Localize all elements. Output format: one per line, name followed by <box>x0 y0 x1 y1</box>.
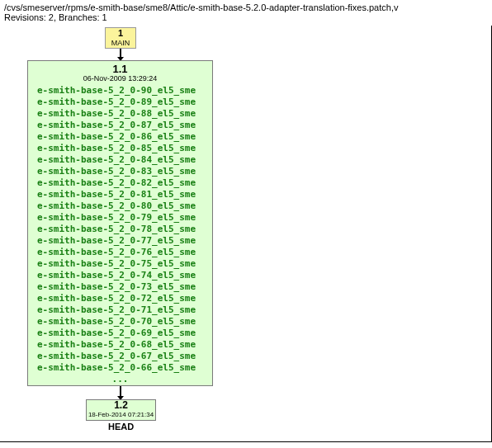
revision-version: 1.2 <box>87 400 155 410</box>
tag-item: e-smith-base-5_2_0-87_el5_sme <box>37 120 210 131</box>
tag-item: e-smith-base-5_2_0-73_el5_sme <box>37 281 210 293</box>
tag-item: e-smith-base-5_2_0-74_el5_sme <box>37 270 210 281</box>
revision-version: 1.1 <box>31 64 210 74</box>
branch-label: MAIN <box>106 38 135 48</box>
tag-item: e-smith-base-5_2_0-66_el5_sme <box>37 362 210 374</box>
revision-node-1-2[interactable]: 1.2 18-Feb-2014 07:21:34 <box>86 399 156 421</box>
tag-item: e-smith-base-5_2_0-89_el5_sme <box>37 97 210 108</box>
tag-list: e-smith-base-5_2_0-90_el5_smee-smith-bas… <box>31 85 210 374</box>
revision-date: 18-Feb-2014 07:21:34 <box>87 410 155 420</box>
tag-item: e-smith-base-5_2_0-83_el5_sme <box>37 166 210 177</box>
tag-item: e-smith-base-5_2_0-69_el5_sme <box>37 328 210 339</box>
tag-item: e-smith-base-5_2_0-67_el5_sme <box>37 351 210 362</box>
tag-item: e-smith-base-5_2_0-75_el5_sme <box>37 258 210 270</box>
tag-item: e-smith-base-5_2_0-81_el5_sme <box>37 189 210 200</box>
tag-item: e-smith-base-5_2_0-85_el5_sme <box>37 143 210 154</box>
tag-item: e-smith-base-5_2_0-68_el5_sme <box>37 339 210 351</box>
tag-item: e-smith-base-5_2_0-82_el5_sme <box>37 177 210 189</box>
more-indicator: ... <box>31 375 210 384</box>
revision-node-1-1[interactable]: 1.1 06-Nov-2009 13:29:24 e-smith-base-5_… <box>27 60 213 386</box>
file-path: /cvs/smeserver/rpms/e-smith-base/sme8/At… <box>0 0 492 12</box>
tag-item: e-smith-base-5_2_0-88_el5_sme <box>37 108 210 120</box>
tag-item: e-smith-base-5_2_0-86_el5_sme <box>37 131 210 143</box>
tag-item: e-smith-base-5_2_0-84_el5_sme <box>37 154 210 166</box>
revision-diagram: 1 MAIN 1.1 06-Nov-2009 13:29:24 e-smith-… <box>0 26 492 442</box>
revision-date: 06-Nov-2009 13:29:24 <box>31 75 210 83</box>
tag-item: e-smith-base-5_2_0-79_el5_sme <box>37 212 210 224</box>
branch-node-main[interactable]: 1 MAIN <box>105 27 136 49</box>
tag-item: e-smith-base-5_2_0-78_el5_sme <box>37 224 210 235</box>
tag-item: e-smith-base-5_2_0-76_el5_sme <box>37 247 210 258</box>
tag-item: e-smith-base-5_2_0-80_el5_sme <box>37 200 210 212</box>
border-bottom <box>0 441 492 442</box>
tag-item: e-smith-base-5_2_0-71_el5_sme <box>37 304 210 316</box>
head-label: HEAD <box>108 422 134 431</box>
revisions-summary: Revisions: 2, Branches: 1 <box>0 12 492 26</box>
tag-item: e-smith-base-5_2_0-90_el5_sme <box>37 85 210 97</box>
tag-item: e-smith-base-5_2_0-77_el5_sme <box>37 235 210 247</box>
tag-item: e-smith-base-5_2_0-72_el5_sme <box>37 293 210 304</box>
branch-number: 1 <box>106 28 135 38</box>
tag-item: e-smith-base-5_2_0-70_el5_sme <box>37 316 210 328</box>
